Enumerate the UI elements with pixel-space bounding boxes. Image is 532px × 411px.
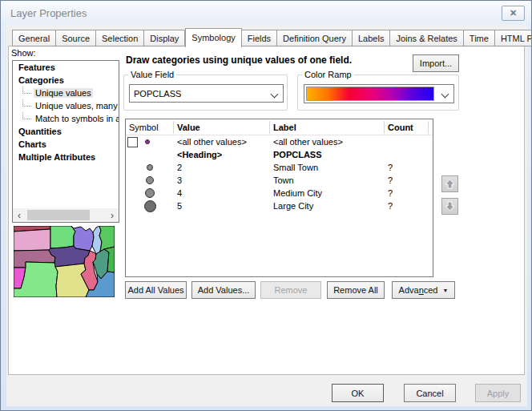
tree-item-categories[interactable]: Categories [13, 74, 119, 87]
tree-item-unique-values-many[interactable]: Unique values, many [13, 99, 119, 112]
move-up-button[interactable] [441, 175, 458, 192]
symbol-swatch[interactable] [147, 164, 153, 171]
tab-display[interactable]: Display [144, 30, 185, 46]
import-button[interactable]: Import... [413, 54, 459, 72]
apply-button[interactable]: Apply [475, 384, 521, 402]
column-header-value: Value [174, 121, 270, 134]
label-cell: Small Town [270, 163, 385, 172]
label-cell: Large City [270, 201, 385, 211]
value-row[interactable]: 4Medium City? [126, 187, 433, 199]
add-all-values-button[interactable]: Add All Values [125, 281, 187, 299]
chevron-down-icon [271, 91, 279, 99]
tab-joins-relates[interactable]: Joins & Relates [390, 30, 463, 46]
map-region [14, 229, 50, 251]
layer-preview-map [14, 226, 115, 297]
tree-item-label: Unique values, many [34, 101, 119, 111]
tab-fields[interactable]: Fields [242, 30, 277, 46]
symbol-swatch[interactable] [145, 188, 155, 198]
remove-button[interactable]: Remove [260, 281, 321, 299]
value-row[interactable]: 3Town? [126, 174, 433, 187]
tab-html-popup[interactable]: HTML Popup [495, 30, 532, 46]
symbol-cell [126, 176, 174, 184]
label-cell: <all other values> [270, 137, 385, 147]
close-button[interactable]: ✕ [502, 6, 525, 21]
tab-selection[interactable]: Selection [96, 30, 144, 46]
tab-time[interactable]: Time [464, 30, 495, 46]
value-field-value: POPCLASS [134, 89, 181, 99]
tree-item-quantities[interactable]: Quantities [13, 125, 119, 138]
tree-item-label: Unique values [34, 88, 93, 98]
tree-item-match-to-symbols-in-a[interactable]: Match to symbols in a [13, 112, 119, 125]
value-row[interactable]: 2Small Town? [126, 161, 433, 174]
remove-all-button[interactable]: Remove All [327, 281, 385, 299]
tree-item-charts[interactable]: Charts [13, 138, 119, 151]
count-cell: ? [385, 188, 429, 198]
arrow-down-icon [445, 201, 455, 212]
symbol-cell [126, 164, 174, 171]
show-label: Show: [11, 48, 36, 58]
tab-general[interactable]: General [12, 30, 56, 46]
advanced-button-label: Advanced [399, 285, 438, 295]
symbol-cell [126, 200, 174, 212]
ok-button[interactable]: OK [332, 384, 384, 402]
method-description: Draw categories using unique values of o… [126, 54, 406, 66]
tab-labels[interactable]: Labels [353, 30, 390, 46]
count-cell: ? [385, 175, 429, 185]
scroll-right-icon[interactable]: › [106, 209, 119, 222]
value-row[interactable]: <Heading>POPCLASS [126, 148, 433, 161]
show-tree: FeaturesCategoriesUnique valuesUnique va… [12, 60, 119, 223]
count-cell: ? [385, 201, 429, 211]
values-list-rows: <all other values><all other values><Hea… [126, 135, 433, 212]
all-other-values-checkbox[interactable] [127, 137, 138, 147]
value-field-label: Value Field [128, 70, 176, 79]
value-row[interactable]: 5Large City? [126, 199, 433, 212]
advanced-button[interactable]: Advanced ▼ [392, 281, 455, 299]
tree-item-label: Categories [17, 75, 66, 85]
layer-properties-dialog: Layer Properties ✕ GeneralSourceSelectio… [0, 0, 532, 411]
map-region [50, 226, 75, 248]
value-cell: <Heading> [174, 150, 270, 159]
color-ramp-gradient [306, 87, 434, 101]
tree-item-label: Multiple Attributes [17, 152, 97, 162]
scroll-thumb[interactable] [27, 210, 90, 220]
label-cell: POPCLASS [270, 150, 385, 159]
value-field-dropdown[interactable]: POPCLASS [129, 84, 284, 103]
value-cell: 2 [174, 163, 270, 172]
tree-item-multiple-attributes[interactable]: Multiple Attributes [13, 151, 119, 163]
symbol-swatch[interactable] [146, 176, 154, 184]
tree-branch-icon [22, 112, 31, 119]
scroll-left-icon[interactable]: ‹ [13, 209, 26, 222]
column-header-count: Count [385, 121, 429, 134]
move-down-button[interactable] [441, 198, 458, 215]
color-ramp-dropdown[interactable] [304, 84, 454, 103]
tab-source[interactable]: Source [56, 30, 96, 46]
tree-item-label: Charts [17, 139, 48, 149]
symbol-cell [126, 188, 174, 198]
arrow-up-icon [445, 179, 455, 189]
symbol-swatch[interactable] [144, 200, 156, 212]
tree-item-unique-values[interactable]: Unique values [13, 87, 119, 99]
label-cell: Town [270, 175, 385, 185]
cancel-button[interactable]: Cancel [404, 384, 456, 402]
tab-definition-query[interactable]: Definition Query [277, 30, 353, 46]
symbol-cell [126, 137, 174, 147]
column-header-label: Label [270, 121, 385, 134]
add-values-button[interactable]: Add Values... [191, 281, 256, 299]
value-field-group: Value Field POPCLASS [123, 75, 288, 111]
value-cell: 3 [174, 175, 270, 185]
tree-item-features[interactable]: Features [13, 61, 119, 74]
tree-horizontal-scrollbar[interactable]: ‹ › [13, 208, 119, 222]
values-list-header: SymbolValueLabelCount [126, 119, 433, 135]
tree-item-label: Quantities [17, 127, 63, 136]
value-row[interactable]: <all other values><all other values> [126, 135, 433, 148]
tab-symbology[interactable]: Symbology [185, 28, 241, 47]
title-bar: Layer Properties ✕ [2, 1, 531, 25]
column-header-symbol: Symbol [126, 121, 174, 134]
color-ramp-label: Color Ramp [302, 70, 354, 79]
chevron-down-icon [441, 91, 449, 99]
count-cell: ? [385, 163, 429, 172]
symbol-swatch[interactable] [145, 139, 150, 144]
tree-branch-icon [22, 87, 31, 94]
values-list: SymbolValueLabelCount <all other values>… [125, 119, 433, 277]
dropdown-arrow-icon: ▼ [443, 288, 449, 293]
